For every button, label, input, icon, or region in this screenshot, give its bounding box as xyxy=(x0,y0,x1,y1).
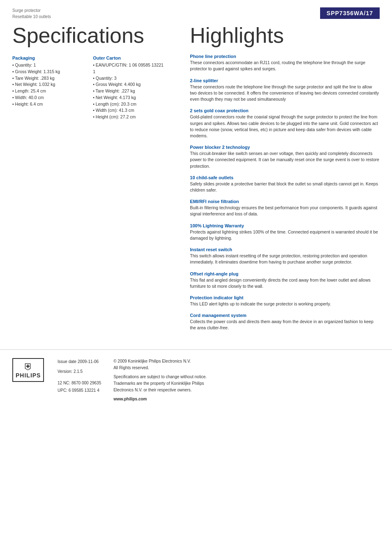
list-item: Tare Weight: .227 kg xyxy=(93,88,165,95)
outer-carton-list: EAN/UPC/GTIN: 1 06 09585 13221 1Quantity… xyxy=(93,62,165,120)
list-item: Height: 6.4 cm xyxy=(12,101,85,108)
nc-row: 12 NC: 8670 000 29635 xyxy=(58,379,101,387)
website-row: www.philips.com xyxy=(113,396,207,402)
upc-label: UPC: xyxy=(58,388,67,393)
footer-logo: ⛨ PHILIPS xyxy=(12,358,45,382)
highlight-title: EMI/RFI noise filtration xyxy=(190,199,380,204)
header-product-info: Surge protector Resettable 10 outlets xyxy=(12,7,51,20)
model-badge: SPP7356WA/17 xyxy=(320,7,380,19)
list-item: Length: 25.4 cm xyxy=(12,88,85,95)
highlight-item: 2-line splitterThese connectors route th… xyxy=(190,78,380,103)
highlight-item: 10 child-safe outletsSafety slides provi… xyxy=(190,175,380,193)
outer-carton-title: Outer Carton xyxy=(93,56,165,60)
highlight-item: Offset right-angle plugThis flat and ang… xyxy=(190,271,380,289)
page: Surge protector Resettable 10 outlets SP… xyxy=(0,0,392,555)
version-value: 2.1.5 xyxy=(74,369,83,374)
outer-carton-section: Outer Carton EAN/UPC/GTIN: 1 06 09585 13… xyxy=(93,56,165,128)
packaging-title: Packaging xyxy=(12,56,85,60)
highlight-desc: Gold-plated connectors route the coaxial… xyxy=(190,114,380,139)
list-item: EAN/UPC/GTIN: 1 06 09585 13221 1 xyxy=(93,62,165,75)
outer-carton: Outer Carton EAN/UPC/GTIN: 1 06 09585 13… xyxy=(93,56,165,120)
footer: ⛨ PHILIPS Issue date 2009-11-06 Version:… xyxy=(0,349,392,411)
footer-meta: Issue date 2009-11-06 Version: 2.1.5 12 … xyxy=(58,358,101,394)
highlight-desc: Protects against lightning strikes 100% … xyxy=(190,229,380,241)
version-label: Version: xyxy=(58,369,72,374)
highlight-item: Instant reset switchThis switch allows i… xyxy=(190,247,380,265)
product-line: Surge protector xyxy=(12,7,51,14)
highlight-item: 100% Lightning WarrantyProtects against … xyxy=(190,223,380,241)
header: Surge protector Resettable 10 outlets SP… xyxy=(0,0,392,20)
highlight-title: Cord management system xyxy=(190,313,380,318)
website-link[interactable]: www.philips.com xyxy=(113,397,147,401)
right-column: Highlights Phone line protectionThese co… xyxy=(178,20,380,337)
upc-row: UPC: 6 09585 13221 4 xyxy=(58,387,101,394)
packaging-list: Quantity: 1Gross Weight: 1.315 kgTare We… xyxy=(12,62,85,107)
version-row: Version: 2.1.5 xyxy=(58,368,101,375)
upc-value: 6 09585 13221 4 xyxy=(69,388,99,393)
list-item: Net Weight: 4.173 kg xyxy=(93,95,165,101)
list-item: Width: 40.0 cm xyxy=(12,95,85,101)
highlight-title: Phone line protection xyxy=(190,54,380,59)
highlight-item: Phone line protectionThese connectors ac… xyxy=(190,54,380,72)
highlight-desc: These connectors route the telephone lin… xyxy=(190,84,380,103)
list-item: Gross Weight: 4.400 kg xyxy=(93,81,165,88)
issue-date: 2009-11-06 xyxy=(78,359,99,364)
list-item: Quantity: 1 xyxy=(12,62,85,69)
highlight-title: 10 child-safe outlets xyxy=(190,175,380,180)
specs-heading: Specifications xyxy=(12,24,165,47)
main-content: Specifications Packaging Quantity: 1Gros… xyxy=(0,20,392,337)
highlight-title: 2-line splitter xyxy=(190,78,380,83)
highlight-desc: This LED alert lights up to indicate the… xyxy=(190,301,380,307)
list-item: Net Weight: 1.032 kg xyxy=(12,81,85,88)
legal-text: Specifications are subject to change wit… xyxy=(113,374,207,393)
highlight-desc: These connectors accommodate an RJ11 cor… xyxy=(190,60,380,72)
list-item: Gross Weight: 1.315 kg xyxy=(12,69,85,75)
issue-label: Issue date xyxy=(58,359,76,364)
highlight-desc: Collects the power cords and directs the… xyxy=(190,319,380,331)
packaging-section: Packaging Quantity: 1Gross Weight: 1.315… xyxy=(12,56,85,128)
list-item: Height (cm): 27.2 cm xyxy=(93,114,165,120)
philips-logo-box: ⛨ PHILIPS xyxy=(12,358,44,382)
highlight-desc: This circuit-breaker like switch senses … xyxy=(190,150,380,169)
list-item: Tare Weight: .283 kg xyxy=(12,75,85,82)
highlight-desc: Safety slides provide a protective barri… xyxy=(190,181,380,193)
nc-value: 8670 000 29635 xyxy=(71,381,101,385)
highlight-title: Offset right-angle plug xyxy=(190,271,380,276)
philips-name: PHILIPS xyxy=(16,372,41,379)
highlight-item: 2 sets gold coax protectionGold-plated c… xyxy=(190,108,380,139)
highlight-title: Power blocker 2 technology xyxy=(190,145,380,150)
highlight-title: 100% Lightning Warranty xyxy=(190,223,380,228)
packaging: Packaging Quantity: 1Gross Weight: 1.315… xyxy=(12,56,85,107)
list-item: Quantity: 3 xyxy=(93,75,165,82)
philips-shield-icon: ⛨ xyxy=(16,361,41,372)
highlights-heading: Highlights xyxy=(190,24,380,47)
footer-legal: © 2009 Koninklijke Philips Electronics N… xyxy=(113,358,207,402)
specs-columns: Packaging Quantity: 1Gross Weight: 1.315… xyxy=(12,56,165,128)
highlights-container: Phone line protectionThese connectors ac… xyxy=(190,54,380,331)
left-column: Specifications Packaging Quantity: 1Gros… xyxy=(12,20,178,337)
highlight-item: Power blocker 2 technologyThis circuit-b… xyxy=(190,145,380,169)
highlight-desc: Built-in filtering technology ensures th… xyxy=(190,205,380,217)
copyright: © 2009 Koninklijke Philips Electronics N… xyxy=(113,358,207,371)
issue-date-row: Issue date 2009-11-06 xyxy=(58,358,101,365)
nc-label: 12 NC: xyxy=(58,381,70,385)
list-item: Width (cm): 41.3 cm xyxy=(93,107,165,114)
list-item: Length (cm): 20.3 cm xyxy=(93,101,165,108)
highlight-item: Cord management systemCollects the power… xyxy=(190,313,380,331)
highlight-item: Protection indicator lightThis LED alert… xyxy=(190,295,380,307)
highlight-item: EMI/RFI noise filtrationBuilt-in filteri… xyxy=(190,199,380,217)
highlight-title: Instant reset switch xyxy=(190,247,380,252)
highlight-title: 2 sets gold coax protection xyxy=(190,108,380,113)
product-sub: Resettable 10 outlets xyxy=(12,14,51,20)
highlight-title: Protection indicator light xyxy=(190,295,380,300)
highlight-desc: This flat and angled design conveniently… xyxy=(190,277,380,289)
highlight-desc: This switch allows instant resetting of … xyxy=(190,253,380,265)
